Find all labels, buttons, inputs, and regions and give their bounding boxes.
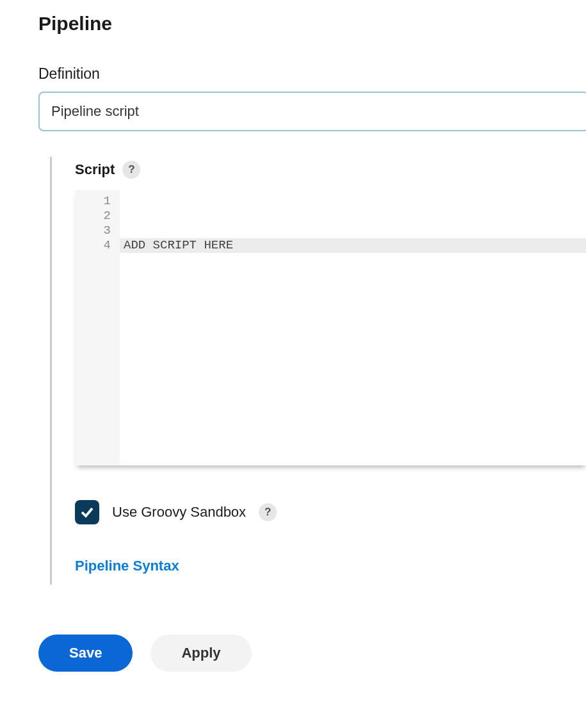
script-section: Script ? 1 2 3 4 ADD SCRIPT HERE Use Gro…: [50, 157, 586, 585]
definition-label: Definition: [38, 65, 586, 83]
check-icon: [79, 505, 95, 520]
line-number-gutter: 1 2 3 4: [75, 190, 120, 465]
code-line: [120, 223, 586, 238]
line-number: 3: [75, 223, 120, 238]
save-button[interactable]: Save: [38, 635, 133, 672]
pipeline-syntax-link[interactable]: Pipeline Syntax: [75, 558, 586, 574]
definition-select[interactable]: Pipeline script: [38, 92, 586, 131]
apply-button[interactable]: Apply: [151, 635, 251, 672]
line-number: 2: [75, 209, 120, 223]
groovy-sandbox-label: Use Groovy Sandbox: [112, 504, 246, 521]
line-number: 4: [75, 238, 120, 253]
page-title: Pipeline: [38, 13, 586, 35]
script-editor[interactable]: 1 2 3 4 ADD SCRIPT HERE: [75, 190, 586, 465]
help-icon[interactable]: ?: [122, 161, 140, 179]
script-label: Script: [75, 161, 115, 178]
code-line: ADD SCRIPT HERE: [120, 238, 586, 253]
code-line: [120, 194, 586, 209]
code-area[interactable]: ADD SCRIPT HERE: [120, 190, 586, 465]
help-icon[interactable]: ?: [259, 503, 277, 521]
line-number: 1: [75, 194, 120, 209]
code-line: [120, 209, 586, 223]
groovy-sandbox-checkbox[interactable]: [75, 500, 99, 524]
